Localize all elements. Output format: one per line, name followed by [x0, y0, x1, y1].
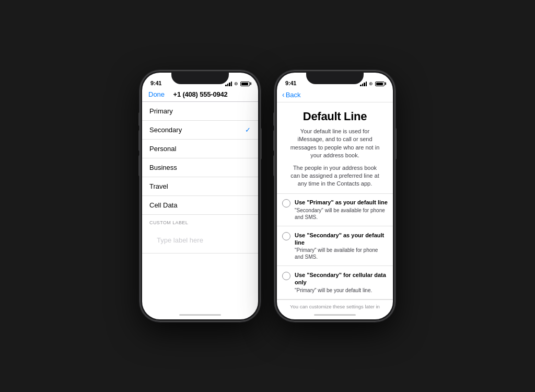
- option-row-2[interactable]: Use "Secondary" as your default line "Pr…: [277, 226, 393, 267]
- phone-2-screen: 9:41 ⊛ ‹ Back: [277, 73, 393, 319]
- notch: [171, 73, 229, 84]
- notch-2: [306, 73, 364, 84]
- signal-bar-2: [362, 84, 364, 86]
- customize-note: You can customize these settings later i…: [277, 299, 393, 310]
- menu-item-label: Primary: [149, 107, 173, 115]
- menu-item-label: Business: [149, 164, 177, 171]
- battery-icon: [240, 82, 250, 86]
- wifi-icon-2: ⊛: [369, 81, 373, 86]
- menu-item-label: Secondary: [149, 126, 182, 134]
- signal-bar-3: [364, 83, 365, 86]
- signal-bar-1: [360, 85, 362, 86]
- phones-container: 9:41 ⊛ Done +1 (408) 555-: [140, 71, 395, 321]
- status-icons-1: ⊛: [225, 81, 250, 86]
- default-line-content: Default Line Your default line is used f…: [277, 102, 393, 310]
- home-indicator-1: [142, 310, 258, 319]
- volume-down-button: [138, 155, 140, 176]
- checkmark-icon: ✓: [245, 126, 251, 134]
- menu-item-primary[interactable]: Primary: [142, 102, 258, 121]
- custom-label-input[interactable]: Type label here: [149, 232, 211, 248]
- back-button[interactable]: Back: [286, 91, 301, 99]
- option-title-3: Use "Secondary" for cellular data only: [295, 271, 388, 286]
- option-sub-3: "Primary" will be your default line.: [295, 287, 388, 294]
- signal-bar-4: [231, 82, 232, 86]
- phone-1: 9:41 ⊛ Done +1 (408) 555-: [140, 71, 260, 321]
- menu-item-business[interactable]: Business: [142, 158, 258, 177]
- custom-label-row: Type label here: [142, 227, 258, 253]
- status-time-2: 9:41: [285, 80, 296, 86]
- battery-fill-2: [376, 83, 383, 85]
- mute-switch-2: [273, 112, 275, 126]
- battery-fill: [241, 83, 248, 85]
- volume-down-button-2: [273, 155, 275, 176]
- custom-label-header: CUSTOM LABEL: [142, 215, 258, 227]
- menu-item-cell-data[interactable]: Cell Data: [142, 196, 258, 215]
- default-line-desc1: Your default line is used for iMessage, …: [277, 128, 393, 164]
- wifi-icon: ⊛: [234, 81, 238, 86]
- menu-item-label: Personal: [149, 145, 176, 153]
- menu-item-label: Travel: [149, 182, 168, 190]
- option-text-3: Use "Secondary" for cellular data only "…: [295, 271, 388, 294]
- home-bar-2: [314, 314, 356, 316]
- status-icons-2: ⊛: [360, 81, 385, 86]
- nav-bar-1: Done +1 (408) 555-0942: [142, 88, 258, 102]
- menu-item-personal[interactable]: Personal: [142, 140, 258, 158]
- home-indicator-2: [277, 310, 393, 319]
- signal-bar-2: [227, 84, 229, 86]
- menu-item-travel[interactable]: Travel: [142, 177, 258, 196]
- radio-2[interactable]: [282, 232, 290, 240]
- option-row-1[interactable]: Use "Primary" as your default line "Seco…: [277, 193, 393, 226]
- menu-item-secondary[interactable]: Secondary ✓: [142, 121, 258, 140]
- phone-1-screen: 9:41 ⊛ Done +1 (408) 555-: [142, 73, 258, 319]
- menu-item-label: Cell Data: [149, 201, 177, 209]
- power-button-2: [395, 128, 397, 159]
- phone-2: 9:41 ⊛ ‹ Back: [275, 71, 395, 321]
- radio-1[interactable]: [282, 199, 290, 207]
- back-nav: ‹ Back: [277, 88, 393, 102]
- signal-bar-1: [225, 85, 227, 86]
- back-chevron-icon: ‹: [282, 90, 285, 99]
- home-bar: [179, 314, 221, 316]
- default-line-title: Default Line: [277, 102, 393, 128]
- option-sub-1: "Secondary" will be available for phone …: [295, 207, 388, 221]
- done-button[interactable]: Done: [148, 90, 165, 98]
- option-text-2: Use "Secondary" as your default line "Pr…: [295, 232, 388, 261]
- option-row-3[interactable]: Use "Secondary" for cellular data only "…: [277, 266, 393, 299]
- volume-up-button-2: [273, 130, 275, 151]
- signal-icon: [225, 82, 232, 86]
- mute-switch: [138, 112, 140, 126]
- status-time-1: 9:41: [150, 80, 161, 86]
- option-title-1: Use "Primary" as your default line: [295, 199, 388, 206]
- signal-bar-3: [229, 83, 230, 86]
- volume-up-button: [138, 130, 140, 151]
- radio-3[interactable]: [282, 272, 290, 280]
- battery-icon-2: [375, 82, 385, 86]
- option-sub-2: "Primary" will be available for phone an…: [295, 247, 388, 260]
- nav-title-1: +1 (408) 555-0942: [173, 90, 228, 98]
- power-button: [260, 128, 262, 159]
- default-line-desc2: The people in your address book can be a…: [277, 164, 393, 193]
- signal-icon-2: [360, 82, 367, 86]
- option-text-1: Use "Primary" as your default line "Seco…: [295, 199, 388, 220]
- option-title-2: Use "Secondary" as your default line: [295, 232, 388, 247]
- menu-list: Primary Secondary ✓ Personal Business Tr…: [142, 102, 258, 310]
- signal-bar-4: [366, 82, 367, 86]
